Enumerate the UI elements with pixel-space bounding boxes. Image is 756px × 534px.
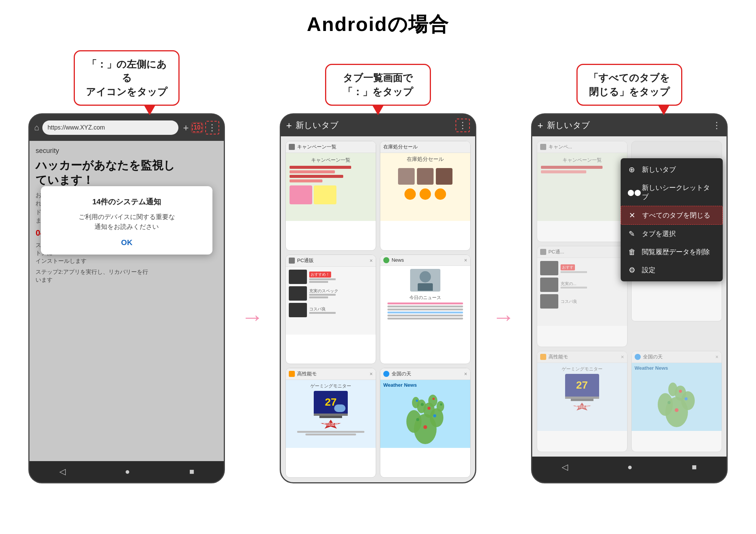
phone2-tabs-grid: キャンペーン一覧 キャンペーン一覧 <box>281 136 475 482</box>
address-bar[interactable]: https://www.XYZ.com <box>42 120 179 135</box>
phone1: ⌂ https://www.XYZ.com + 10 ⋮ security ハッ… <box>28 113 225 483</box>
context-dropdown-menu: ⊕ 新しいタブ ⬤⬤ 新しいシークレットタブ ✕ すべてのタブを閉じる ✎ タブ… <box>621 158 723 281</box>
tab-count-box[interactable]: 10 <box>192 123 203 132</box>
menu-dots-icon[interactable]: ⋮ <box>205 121 219 134</box>
gaming-title: 高性能モ <box>297 370 367 377</box>
clearance-title: 在庫処分セール <box>383 144 467 150</box>
alert-ok-button[interactable]: OK <box>50 238 203 247</box>
tab-card-pc[interactable]: PC通販 × おすすめ！ <box>285 255 376 364</box>
security-headline: ハッカーがあなたを監視しています！ <box>36 158 218 187</box>
home-button[interactable]: ● <box>125 467 130 477</box>
phone1-wrapper: 「：」の左側にある アイコンをタップ ⌂ https://www.XYZ.com… <box>23 45 231 483</box>
tab-card-weather-header: 全国の天 × <box>380 368 470 380</box>
new-tab-plus-icon[interactable]: + <box>286 120 292 131</box>
svg-point-1 <box>406 410 421 433</box>
svg-point-20 <box>668 383 677 396</box>
bubble2: タブ一覧画面で 「：」をタップ <box>325 64 431 106</box>
close-all-icon: ✕ <box>628 211 637 220</box>
menu-item-new-tab[interactable]: ⊕ 新しいタブ <box>621 161 723 179</box>
pc-favicon <box>289 258 295 264</box>
phone3-menu-dots-icon[interactable]: ⋮ <box>712 120 721 131</box>
news-title: News <box>392 257 462 263</box>
add-tab-icon[interactable]: + <box>183 122 189 134</box>
tab-card-gaming-header: 高性能モ × <box>286 368 376 380</box>
tab-card-pc-header: PC通販 × <box>286 255 376 267</box>
clearance-body: 在庫処分セール <box>380 153 470 221</box>
tab-card-weather[interactable]: 全国の天 × Weather News <box>380 368 471 478</box>
phone2-topbar: + 新しいタブ ⋮ <box>281 114 475 136</box>
gaming-close-button[interactable]: × <box>370 371 373 377</box>
bubble3: 「すべてのタブを 閉じる」をタップ <box>576 64 682 106</box>
svg-point-8 <box>423 425 427 429</box>
gaming-favicon <box>289 371 295 377</box>
phone3-bottombar: ◁ ● ■ <box>532 457 727 478</box>
menu-item-close-all[interactable]: ✕ すべてのタブを閉じる <box>621 206 723 225</box>
svg-point-6 <box>428 395 437 407</box>
tab-card-campaign[interactable]: キャンペーン一覧 キャンペーン一覧 <box>285 141 376 251</box>
gaming-body: ゲーミングモニター 27 <box>286 380 376 448</box>
square-button3[interactable]: ■ <box>692 462 697 472</box>
phone2: + 新しいタブ ⋮ キャンペーン一覧 キャンペーン一覧 <box>280 113 476 483</box>
pc-close-button[interactable]: × <box>370 258 373 264</box>
phone2-bottombar: ◁ ● ■ <box>281 482 475 483</box>
alert-dialog: 14件のシステム通知 ご利用のデバイスに関する重要な通知をお読みください OK <box>41 186 212 255</box>
weather-close-button[interactable]: × <box>464 371 467 377</box>
svg-point-9 <box>416 418 419 421</box>
news-favicon <box>383 257 389 263</box>
alert-body: ご利用のデバイスに関する重要な通知をお読みください <box>50 212 203 232</box>
security-label: security <box>36 147 218 155</box>
page-title: Androidの場合 <box>0 0 756 45</box>
news-close-button[interactable]: × <box>464 257 467 263</box>
phone2-wrapper: タブ一覧画面で 「：」をタップ + 新しいタブ ⋮ キャンペーン一覧 <box>274 45 482 483</box>
svg-point-10 <box>433 414 436 417</box>
phone3-content: キャンペ... キャンペーン一覧 <box>532 136 727 457</box>
gear-icon: ⚙ <box>627 265 637 275</box>
phone1-content: security ハッカーがあなたを監視しています！ おれド、ま 04 ストアに… <box>29 141 224 461</box>
tabs-title: 新しいタブ <box>296 120 452 131</box>
arrow1: → <box>231 151 274 483</box>
tab-card-clearance-header: 在庫処分セール <box>380 141 470 153</box>
phone3: + 新しいタブ ⋮ キャンペ... <box>531 113 728 483</box>
new-tab-plus-icon3[interactable]: + <box>538 120 543 131</box>
alert-title: 14件のシステム通知 <box>50 197 203 207</box>
phone3-topbar: + 新しいタブ ⋮ <box>532 114 727 136</box>
svg-point-15 <box>440 403 442 406</box>
svg-point-13 <box>416 400 418 402</box>
svg-point-24 <box>679 390 682 393</box>
pc-title: PC通販 <box>297 257 367 264</box>
tab-card-gaming[interactable]: 高性能モ × ゲーミングモニター 27 <box>285 368 376 478</box>
phone1-bottombar: ◁ ● ■ <box>29 461 224 482</box>
tab-card-clearance[interactable]: 在庫処分セール 在庫処分セール <box>380 141 471 251</box>
phone1-topbar: ⌂ https://www.XYZ.com + 10 ⋮ <box>29 114 224 141</box>
tabs-title3: 新しいタブ <box>547 120 708 131</box>
security-page: security ハッカーがあなたを監視しています！ おれド、ま 04 ストアに… <box>29 141 224 461</box>
weather-favicon <box>383 371 389 377</box>
menu-item-incognito[interactable]: ⬤⬤ 新しいシークレットタブ <box>621 179 723 206</box>
select-tabs-icon: ✎ <box>627 229 637 238</box>
menu-item-clear-history[interactable]: 🗑 閲覧履歴データを削除 <box>621 243 723 261</box>
back-button3[interactable]: ◁ <box>562 462 568 472</box>
weather-title: 全国の天 <box>392 370 462 377</box>
bubble1: 「：」の左側にある アイコンをタップ <box>74 50 180 106</box>
incognito-icon: ⬤⬤ <box>627 189 637 196</box>
back-button[interactable]: ◁ <box>59 467 66 477</box>
square-button[interactable]: ■ <box>189 467 194 477</box>
tab-card-news[interactable]: News × 今日のニュース <box>380 255 471 364</box>
phone3-wrapper: 「すべてのタブを 閉じる」をタップ + 新しいタブ ⋮ <box>525 45 733 483</box>
svg-point-22 <box>668 401 671 404</box>
pc-body: おすすめ！ 充実のスペック <box>286 267 376 335</box>
phone2-menu-dots-icon[interactable]: ⋮ <box>455 119 470 132</box>
trash-icon: 🗑 <box>627 248 637 256</box>
svg-point-7 <box>437 401 444 412</box>
weather-body: Weather News <box>380 380 470 448</box>
tab-card-news-header: News × <box>380 255 470 266</box>
tab-card-campaign-header: キャンペーン一覧 <box>286 141 376 153</box>
svg-point-12 <box>421 403 424 406</box>
svg-point-21 <box>675 408 679 412</box>
news-body: 今日のニュース <box>380 266 470 334</box>
home-button3[interactable]: ● <box>627 462 632 472</box>
menu-item-select-tabs[interactable]: ✎ タブを選択 <box>621 225 723 243</box>
svg-point-5 <box>412 397 420 408</box>
menu-item-settings[interactable]: ⚙ 設定 <box>621 261 723 279</box>
svg-point-14 <box>432 398 435 400</box>
